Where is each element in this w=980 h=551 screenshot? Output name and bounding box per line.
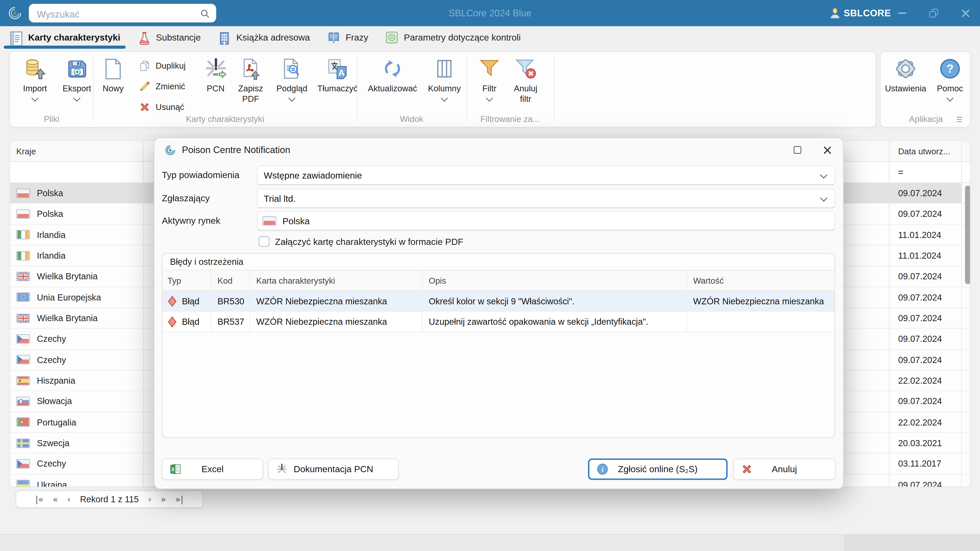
error-diamond-icon <box>167 295 177 306</box>
podglad-button[interactable]: Podgląd <box>272 54 312 100</box>
dialog-titlebar: Poison Centre Notification × <box>154 138 843 162</box>
ribbon: Import Eksport Pliki Nowy <box>0 49 980 131</box>
aktywny-rynek-label: Aktywny rynek <box>162 211 256 230</box>
anuluj-filtr-button[interactable]: Anuluj filtr <box>508 54 544 104</box>
aktualizowac-button[interactable]: Aktualizować <box>364 54 421 94</box>
search-icon[interactable] <box>200 9 210 19</box>
user-avatar-icon[interactable] <box>829 7 841 19</box>
translate-icon: A <box>326 54 348 83</box>
nowy-button[interactable]: Nowy <box>96 54 130 94</box>
attach-pdf-checkbox-label[interactable]: Załączyć kartę charakterystyki w formaci… <box>275 237 463 248</box>
tab-ksiazka-adresowa[interactable]: Książka adresowa <box>210 26 319 49</box>
search-box[interactable] <box>29 4 216 22</box>
dialog-close-button[interactable]: × <box>822 142 833 157</box>
error-type: Błąd <box>182 317 200 327</box>
country-flag-icon <box>16 355 30 365</box>
error-row[interactable]: Błąd BR537 WZÓR Niebezpieczna mieszanka … <box>162 312 835 332</box>
zglaszajacy-select[interactable]: Trial ltd. <box>257 189 835 208</box>
dialog-launcher-icon[interactable]: ☰ <box>956 116 965 122</box>
errors-col-opis[interactable]: Opis <box>423 270 687 290</box>
import-button[interactable]: Import <box>16 54 54 100</box>
group-label-widok: Widok <box>357 114 466 124</box>
pager-prev-button[interactable]: ‹ <box>67 494 71 504</box>
excel-button[interactable]: X Excel <box>162 459 263 480</box>
attach-pdf-checkbox[interactable] <box>259 236 269 247</box>
error-code: BR537 <box>218 317 244 327</box>
zmienic-button[interactable]: Zmienić <box>139 78 185 95</box>
pcn-asterisk-icon <box>275 463 288 475</box>
anuluj-button[interactable]: Anuluj <box>733 459 836 480</box>
chevron-down-icon <box>820 171 827 179</box>
typ-powiadomienia-select[interactable]: Wstępne zawiadomienie <box>257 165 835 185</box>
zglosic-online-button[interactable]: i Zgłosić online (S₂S) <box>588 459 727 480</box>
usunac-button[interactable]: Usunąć <box>139 98 184 116</box>
zglaszajacy-label: Zgłaszający <box>162 189 256 208</box>
column-header-kraje[interactable]: Kraje <box>10 141 143 161</box>
account-label[interactable]: SBLCORE <box>844 0 891 26</box>
pomoc-button[interactable]: ? Pomoc <box>933 54 967 100</box>
podglad-label: Podgląd <box>277 83 307 94</box>
group-label-pliki: Pliki <box>10 114 93 124</box>
row-gutter <box>962 350 970 370</box>
pcn-button[interactable]: PCN <box>199 54 232 94</box>
svg-text:A: A <box>339 68 345 78</box>
errors-rows: Błąd BR530 WZÓR Niebezpieczna mieszanka … <box>162 291 835 332</box>
created-date: 09.07.2024 <box>898 313 942 323</box>
row-gutter <box>962 329 970 349</box>
created-date: 09.07.2024 <box>898 334 942 344</box>
footer-strip-right <box>844 534 980 551</box>
country-flag-icon <box>16 189 30 198</box>
tab-frazy[interactable]: Frazy <box>319 26 377 49</box>
chevron-down-icon <box>288 95 296 102</box>
duplikuj-button[interactable]: Duplikuj <box>139 57 186 75</box>
tab-substancje[interactable]: Substancje <box>129 26 210 49</box>
filter-equals-icon[interactable]: = <box>889 162 962 183</box>
pager-next-fast-button[interactable]: » <box>161 494 166 504</box>
book-icon <box>328 31 340 44</box>
aktywny-rynek-field[interactable]: Polska <box>257 211 835 230</box>
tab-parametry-kontroli[interactable]: Parametry dotyczące kontroli <box>377 26 529 49</box>
tab-karty-charakterystyki[interactable]: Karty charakterystyki <box>1 26 129 49</box>
pager-next-button[interactable]: › <box>148 494 151 504</box>
search-input[interactable] <box>36 5 194 23</box>
tab-label: Parametry dotyczące kontroli <box>404 32 521 42</box>
excel-icon: X <box>169 463 182 475</box>
eksport-button[interactable]: Eksport <box>57 54 96 100</box>
import-label: Import <box>23 83 47 94</box>
datasheet-icon <box>10 31 22 44</box>
dialog-maximize-button[interactable] <box>794 146 801 154</box>
pager-first-button[interactable]: |« <box>35 494 43 504</box>
filtr-button[interactable]: Filtr <box>475 54 504 100</box>
pencil-icon <box>139 80 151 92</box>
tlumaczyc-label: Tłumaczyć <box>317 83 358 94</box>
titlebar: SBLCore 2024 Blue SBLCORE × <box>0 0 980 26</box>
errors-col-typ[interactable]: Typ <box>162 270 211 290</box>
column-header-data[interactable]: Data utworz... <box>889 141 962 161</box>
country-flag-icon <box>16 376 30 385</box>
vertical-scrollbar-thumb[interactable] <box>965 186 970 284</box>
close-button[interactable]: × <box>955 0 976 26</box>
kolumny-button[interactable]: Kolumny <box>424 54 465 100</box>
error-row[interactable]: Błąd BR530 WZÓR Niebezpieczna mieszanka … <box>162 291 835 312</box>
chevron-down-icon <box>32 95 38 102</box>
building-icon <box>218 31 231 44</box>
filter-cell-kraje[interactable] <box>10 162 143 183</box>
anuluj-filtr-label-2: filtr <box>520 94 531 104</box>
errors-col-kod[interactable]: Kod <box>211 270 250 290</box>
zapisz-pdf-button[interactable]: Zapisz PDF <box>232 54 269 104</box>
dokumentacja-pcn-button[interactable]: Dokumentacja PCN <box>268 459 399 480</box>
chevron-down-icon <box>486 95 493 102</box>
ustawienia-button[interactable]: Ustawienia <box>882 54 929 94</box>
pager-prev-fast-button[interactable]: « <box>53 494 58 504</box>
maximize-button[interactable] <box>923 0 944 26</box>
error-diamond-icon <box>167 316 177 327</box>
errors-col-karta[interactable]: Karta charakterystyki <box>250 270 423 290</box>
aktywny-rynek-value: Polska <box>276 216 310 226</box>
minimize-button[interactable] <box>891 0 912 26</box>
pager-last-button[interactable]: »| <box>175 494 183 504</box>
tlumaczyc-button[interactable]: A Tłumaczyć <box>313 54 361 94</box>
dokumentacja-button-label: Dokumentacja PCN <box>294 464 373 474</box>
created-date: 09.07.2024 <box>898 480 942 487</box>
tab-label: Karty charakterystyki <box>28 32 120 42</box>
errors-col-wartosc[interactable]: Wartość <box>687 270 834 290</box>
